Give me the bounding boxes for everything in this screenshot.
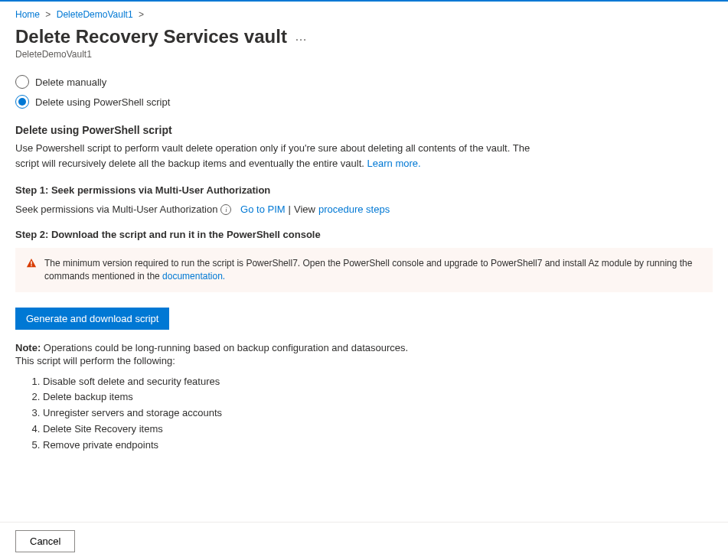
step2-heading: Step 2: Download the script and run it i…: [15, 229, 713, 240]
list-item: Remove private endpoints: [43, 438, 713, 454]
section-heading: Delete using PowerShell script: [15, 124, 713, 136]
chevron-right-icon: >: [139, 9, 144, 20]
cancel-button[interactable]: Cancel: [15, 530, 75, 552]
generate-download-button[interactable]: Generate and download script: [15, 308, 169, 330]
documentation-link[interactable]: documentation.: [162, 271, 225, 282]
list-item: Unregister servers and storage accounts: [43, 405, 713, 422]
step1-heading: Step 1: Seek permissions via Multi-User …: [15, 184, 713, 196]
breadcrumb-home[interactable]: Home: [15, 9, 40, 20]
chevron-right-icon: >: [45, 9, 51, 20]
learn-more-link[interactable]: Learn more.: [367, 158, 421, 169]
radio-delete-manually[interactable]: Delete manually: [15, 75, 713, 89]
delete-method-radio-group: Delete manually Delete using PowerShell …: [15, 75, 713, 109]
go-to-pim-link[interactable]: Go to PIM: [240, 203, 286, 215]
warning-banner: The minimum version required to run the …: [15, 248, 713, 292]
radio-label: Delete manually: [35, 77, 106, 88]
list-item: Delete backup items: [43, 389, 713, 405]
radio-checked-icon: [15, 95, 29, 109]
procedure-steps-link[interactable]: procedure steps: [318, 203, 390, 215]
list-item: Delete Site Recovery items: [43, 422, 713, 438]
svg-rect-0: [31, 261, 31, 264]
step1-content: Seek permissions via Multi-User Authoriz…: [15, 203, 713, 215]
info-icon[interactable]: i: [220, 204, 231, 215]
breadcrumb: Home > DeleteDemoVault1 >: [15, 9, 713, 20]
footer: Cancel: [0, 522, 728, 560]
script-steps-list: Disable soft delete and security feature…: [43, 374, 713, 454]
list-item: Disable soft delete and security feature…: [43, 374, 713, 390]
radio-unchecked-icon: [15, 75, 29, 89]
radio-delete-powershell[interactable]: Delete using PowerShell script: [15, 95, 713, 109]
svg-rect-1: [31, 265, 31, 266]
radio-label: Delete using PowerShell script: [35, 96, 170, 108]
script-following-text: This script will perform the following:: [15, 355, 713, 366]
breadcrumb-vault[interactable]: DeleteDemoVault1: [57, 9, 133, 20]
page-title: Delete Recovery Services vault: [15, 26, 287, 47]
warning-text: The minimum version required to run the …: [44, 257, 702, 283]
section-description: Use Powershell script to perform vault d…: [15, 141, 551, 171]
warning-icon: [26, 258, 37, 272]
note-text: Note: Operations could be long-running b…: [15, 342, 713, 353]
more-actions-icon[interactable]: …: [295, 30, 309, 44]
page-subtitle: DeleteDemoVault1: [15, 49, 713, 60]
